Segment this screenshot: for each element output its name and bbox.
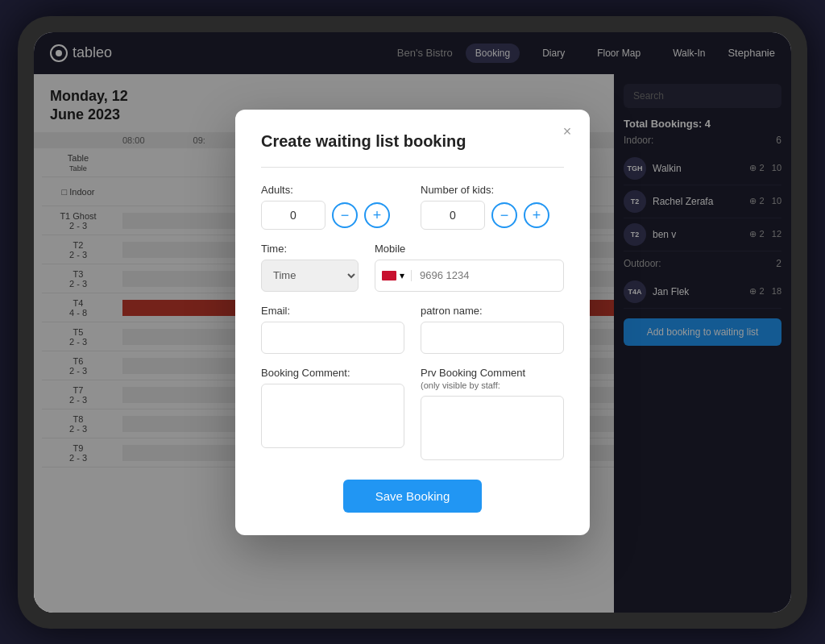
adults-decrement-button[interactable]: − [332, 202, 358, 228]
email-col: Email: [261, 305, 404, 354]
modal-overlay: × Create waiting list booking Adults: − … [34, 32, 791, 613]
mobile-input[interactable] [412, 269, 563, 281]
booking-comment-col: Booking Comment: [261, 367, 404, 463]
time-col: Time: Time [261, 243, 359, 292]
patron-name-col: patron name: [421, 305, 564, 354]
prv-comment-input[interactable] [421, 396, 564, 460]
time-select[interactable]: Time [261, 260, 359, 292]
create-waiting-list-modal: × Create waiting list booking Adults: − … [235, 110, 590, 535]
email-patron-row: Email: patron name: [261, 305, 564, 354]
adults-counter: − + [261, 201, 404, 230]
booking-comment-label: Booking Comment: [261, 367, 404, 379]
patron-name-label: patron name: [421, 305, 564, 317]
modal-title: Create waiting list booking [261, 132, 564, 151]
save-booking-button[interactable]: Save Booking [343, 480, 483, 513]
modal-close-button[interactable]: × [558, 123, 577, 142]
prv-comment-col: Prv Booking Comment (only visible by sta… [421, 367, 564, 463]
adults-label: Adults: [261, 184, 404, 196]
mobile-group: ▾ [375, 260, 564, 292]
kids-decrement-button[interactable]: − [491, 202, 517, 228]
mobile-col: Mobile ▾ [375, 243, 564, 292]
adults-increment-button[interactable]: + [364, 202, 390, 228]
email-label: Email: [261, 305, 404, 317]
prv-comment-label: Prv Booking Comment (only visible by sta… [421, 367, 564, 391]
patron-name-input[interactable] [421, 322, 564, 354]
booking-comment-input[interactable] [261, 384, 404, 448]
adults-col: Adults: − + [261, 184, 404, 230]
kids-label: Number of kids: [421, 184, 564, 196]
kids-col: Number of kids: − + [421, 184, 564, 230]
kids-input[interactable] [421, 201, 485, 230]
comments-row: Booking Comment: Prv Booking Comment (on… [261, 367, 564, 463]
mobile-label: Mobile [375, 243, 564, 255]
adults-input[interactable] [261, 201, 325, 230]
form-divider [261, 167, 564, 168]
kids-increment-button[interactable]: + [524, 202, 549, 228]
email-input[interactable] [261, 322, 404, 354]
mobile-flag[interactable]: ▾ [375, 270, 412, 281]
time-label: Time: [261, 243, 359, 255]
time-mobile-row: Time: Time Mobile ▾ [261, 243, 564, 292]
adults-kids-row: Adults: − + Number of kids: − [261, 184, 564, 230]
flag-icon [382, 271, 396, 280]
kids-counter: − + [421, 201, 564, 230]
